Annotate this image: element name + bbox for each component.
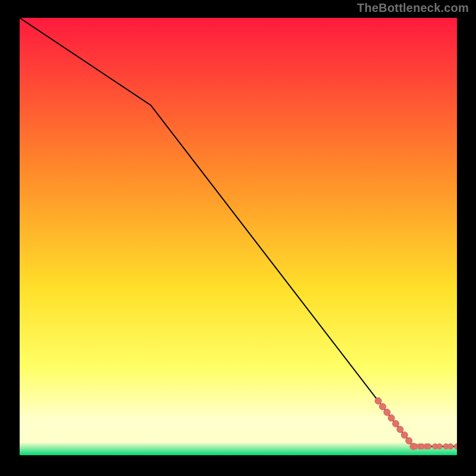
curve-marker <box>397 426 403 433</box>
watermark-text: TheBottleneck.com <box>357 1 469 15</box>
curve-marker <box>375 397 381 404</box>
curve-marker <box>406 437 412 444</box>
curve-marker <box>437 444 442 449</box>
curve-marker <box>447 444 453 449</box>
curve-marker <box>380 403 386 410</box>
plot-area <box>20 18 457 455</box>
gradient-background <box>20 18 457 455</box>
chart-svg <box>20 18 457 455</box>
chart-stage: TheBottleneck.com <box>0 0 476 476</box>
curve-marker <box>388 415 394 421</box>
curve-marker <box>401 432 408 439</box>
curve-marker <box>384 409 390 415</box>
curve-marker <box>393 421 399 427</box>
curve-marker <box>426 444 431 449</box>
curve-marker <box>455 444 458 449</box>
